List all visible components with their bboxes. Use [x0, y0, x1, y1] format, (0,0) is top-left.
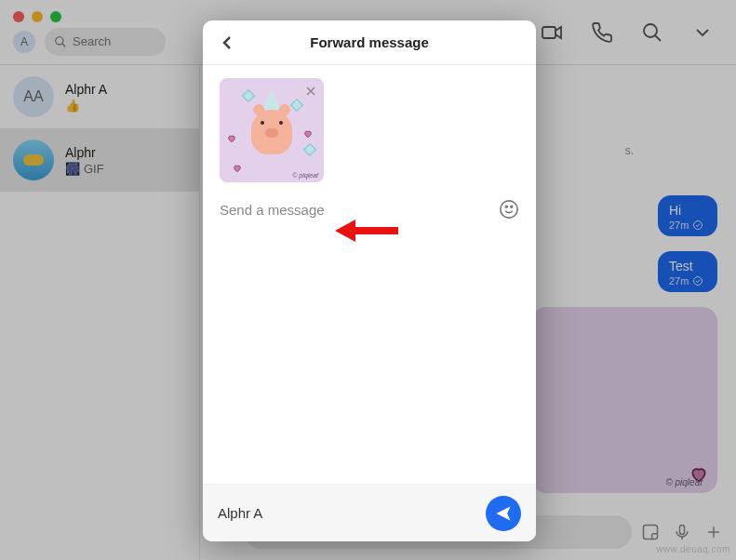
- svg-line-5: [655, 35, 661, 41]
- message-meta: 27m: [669, 275, 706, 287]
- microphone-icon[interactable]: [673, 523, 691, 541]
- svg-line-1: [62, 43, 66, 47]
- emoji-picker-icon[interactable]: [499, 199, 519, 220]
- window-close-button[interactable]: [13, 11, 24, 22]
- attachment-thumbnail[interactable]: © piqleaf: [220, 78, 324, 182]
- forward-message-input[interactable]: Send a message: [220, 202, 499, 218]
- modal-title: Forward message: [310, 34, 429, 50]
- heart-icon: [233, 164, 242, 173]
- svg-point-4: [644, 24, 657, 37]
- search-input[interactable]: Search: [45, 28, 166, 56]
- watermark: www.deuaq.com: [656, 544, 730, 554]
- search-icon: [54, 35, 67, 48]
- message-text: Test: [669, 259, 706, 273]
- modal-footer: Alphr A: [203, 484, 536, 541]
- svg-rect-2: [542, 27, 555, 38]
- sticker-signature: © piqleaf: [665, 477, 703, 487]
- forward-recipient-name: Alphr A: [218, 505, 486, 521]
- svg-point-20: [511, 206, 513, 207]
- conversation-preview: 👍: [65, 99, 107, 113]
- heart-icon: [227, 134, 236, 143]
- read-receipt-icon: [692, 220, 703, 231]
- chat-header-fragment: s.: [625, 144, 634, 157]
- svg-point-6: [694, 221, 703, 230]
- search-placeholder: Search: [73, 34, 111, 48]
- forward-message-modal: Forward message © piqleaf Send a message: [203, 20, 536, 541]
- conversation-sidebar: AA Alphr A 👍 Alphr 🎆 GIF: [0, 65, 200, 560]
- remove-attachment-icon[interactable]: [303, 84, 318, 99]
- message-bubble-sent[interactable]: Hi 27m: [658, 195, 717, 236]
- heart-icon: [303, 129, 313, 139]
- send-button[interactable]: [486, 496, 521, 531]
- svg-rect-12: [680, 526, 685, 535]
- conversation-name: Alphr A: [65, 82, 107, 97]
- modal-header: Forward message: [203, 20, 536, 65]
- chevron-down-icon[interactable]: [691, 21, 714, 44]
- window-traffic-lights: [13, 11, 61, 22]
- conversation-item[interactable]: Alphr 🎆 GIF: [0, 128, 199, 192]
- svg-point-19: [505, 206, 507, 207]
- back-button[interactable]: [216, 32, 238, 54]
- search-chat-icon[interactable]: [641, 21, 663, 44]
- svg-point-18: [501, 201, 517, 218]
- phone-call-icon[interactable]: [591, 21, 613, 44]
- conversation-item[interactable]: AA Alphr A 👍: [0, 65, 199, 128]
- add-attachment-icon[interactable]: [704, 523, 723, 541]
- window-minimize-button[interactable]: [32, 11, 43, 22]
- pig-sticker-illustration: [251, 110, 292, 154]
- topbar-actions: [541, 21, 721, 44]
- sticker-signature: © piqleaf: [292, 172, 318, 179]
- message-bubble-sent[interactable]: Test 27m: [658, 251, 717, 292]
- video-call-icon[interactable]: [541, 21, 563, 44]
- conversation-preview: 🎆 GIF: [65, 162, 104, 176]
- diamond-icon: [242, 89, 255, 102]
- svg-marker-3: [555, 27, 561, 38]
- avatar: AA: [13, 76, 54, 117]
- sticker-picker-icon[interactable]: [641, 523, 660, 541]
- svg-rect-11: [644, 526, 658, 540]
- diamond-icon: [290, 99, 303, 112]
- conversation-name: Alphr: [65, 145, 104, 160]
- diamond-icon: [303, 143, 316, 156]
- send-icon: [494, 504, 513, 523]
- avatar: [13, 140, 54, 180]
- message-text: Hi: [669, 203, 706, 218]
- window-maximize-button[interactable]: [50, 11, 61, 22]
- current-user-avatar[interactable]: A: [13, 31, 35, 53]
- sticker-message[interactable]: © piqleaf: [531, 307, 717, 493]
- message-meta: 27m: [669, 220, 706, 231]
- svg-point-7: [694, 277, 703, 286]
- read-receipt-icon: [692, 275, 703, 287]
- svg-point-0: [56, 36, 63, 44]
